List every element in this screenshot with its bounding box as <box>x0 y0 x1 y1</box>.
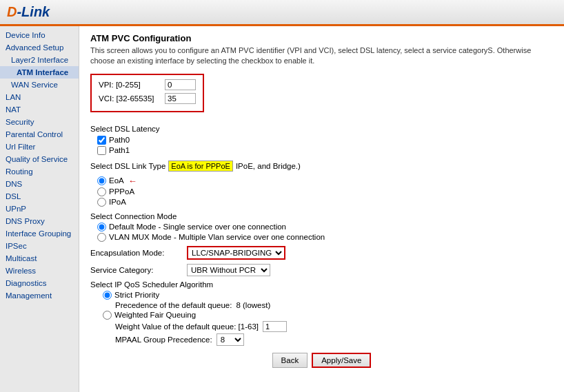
ip-qos-label: Select IP QoS Scheduler Algorithm <box>90 280 553 289</box>
weighted-label: Weighted Fair Queuing <box>114 311 196 319</box>
sidebar-item-url-filter[interactable]: Url Filter <box>0 141 79 153</box>
path1-row: Path1 <box>97 146 553 155</box>
sidebar-item-lan[interactable]: LAN <box>0 91 79 103</box>
page-title: ATM PVC Configuration <box>90 33 553 43</box>
sidebar-item-parental-control[interactable]: Parental Control <box>0 128 79 141</box>
button-row: Back Apply/Save <box>90 353 553 368</box>
sidebar: Device Info Advanced Setup Layer2 Interf… <box>0 26 79 392</box>
dsl-link-radio-group: EoA ← PPPoA IPoA <box>97 176 553 207</box>
logo: D-Link <box>7 4 50 20</box>
strict-priority-row: Strict Priority <box>103 291 553 300</box>
vpi-vci-section: VPI: [0-255] VCI: [32-65535] <box>90 74 204 112</box>
default-queue-row: Precedence of the default queue: 8 (lowe… <box>115 301 553 309</box>
main-content: ATM PVC Configuration This screen allows… <box>79 26 564 392</box>
path0-label: Path0 <box>109 136 130 144</box>
sidebar-item-qos[interactable]: Quality of Service <box>0 153 79 165</box>
sidebar-item-atm-interface[interactable]: ATM Interface <box>0 66 79 79</box>
ipoa-label: IPoA <box>109 198 126 206</box>
service-category-row: Service Category: UBR Without PCR UBR Wi… <box>90 264 553 276</box>
sidebar-item-device-info[interactable]: Device Info <box>0 29 79 41</box>
conn-vlan-row: VLAN MUX Mode - Multiple Vlan service ov… <box>97 233 553 242</box>
path1-checkbox[interactable] <box>97 146 106 155</box>
conn-default-row: Default Mode - Single service over one c… <box>97 223 553 231</box>
dsl-link-highlight: EoA is for PPPoE <box>168 161 233 172</box>
sidebar-item-ipsec[interactable]: IPSec <box>0 240 79 252</box>
pppoa-radio[interactable] <box>97 187 106 196</box>
encapsulation-row: Encapsulation Mode: LLC/SNAP-BRIDGING VC… <box>90 246 553 260</box>
encap-select[interactable]: LLC/SNAP-BRIDGING VC/MUX <box>187 246 285 260</box>
sidebar-item-nat[interactable]: NAT <box>0 103 79 116</box>
conn-default-label: Default Mode - Single service over one c… <box>109 223 286 231</box>
sidebar-item-management[interactable]: Management <box>0 289 79 302</box>
logo-d: D <box>7 4 17 19</box>
sidebar-item-wireless[interactable]: Wireless <box>0 265 79 277</box>
weighted-radio[interactable] <box>103 311 112 320</box>
dsl-link-type-label: Select DSL Link Type <box>90 162 165 170</box>
sidebar-item-multicast[interactable]: Multicast <box>0 252 79 265</box>
sidebar-item-wan-service[interactable]: WAN Service <box>0 79 79 91</box>
weight-default-input[interactable] <box>263 321 287 332</box>
dsl-link-section: Select DSL Link Type EoA is for PPPoE IP… <box>90 161 553 207</box>
path0-row: Path0 <box>97 136 553 145</box>
conn-default-radio[interactable] <box>97 223 106 231</box>
encap-label: Encapsulation Mode: <box>90 249 180 257</box>
layout: Device Info Advanced Setup Layer2 Interf… <box>0 26 564 392</box>
path1-label: Path1 <box>109 146 130 154</box>
pppoa-row: PPPoA <box>97 187 553 196</box>
vpi-row: VPI: [0-255] <box>99 79 196 90</box>
default-queue-value: 8 (lowest) <box>236 301 270 309</box>
eoa-radio[interactable] <box>97 176 106 185</box>
sidebar-item-upnp[interactable]: UPnP <box>0 203 79 215</box>
service-cat-label: Service Category: <box>90 266 180 274</box>
vpi-input[interactable] <box>165 79 196 90</box>
arrow-icon: ← <box>128 176 137 186</box>
strict-priority-label: Strict Priority <box>114 291 159 299</box>
dsl-latency-section: Select DSL Latency Path0 Path1 <box>90 125 553 155</box>
sidebar-item-dsl[interactable]: DSL <box>0 190 79 203</box>
path0-checkbox[interactable] <box>97 136 106 145</box>
dsl-link-rest: IPoE, and Bridge.) <box>236 162 301 170</box>
pppoa-label: PPPoA <box>109 187 134 196</box>
vci-input[interactable] <box>165 93 196 104</box>
service-cat-select[interactable]: UBR Without PCR UBR With PCR CBR Non Rea… <box>187 264 270 276</box>
ipoa-radio[interactable] <box>97 198 106 207</box>
conn-vlan-label: VLAN MUX Mode - Multiple Vlan service ov… <box>109 233 325 241</box>
weight-default-row: Weight Value of the default queue: [1-63… <box>115 321 553 332</box>
ipoa-row: IPoA <box>97 198 553 207</box>
sidebar-item-security[interactable]: Security <box>0 116 79 128</box>
sidebar-item-dns[interactable]: DNS <box>0 178 79 190</box>
mpaal-select[interactable]: 8 7 6 <box>216 333 244 346</box>
dsl-link-type-row: Select DSL Link Type EoA is for PPPoE IP… <box>90 161 553 172</box>
vpi-label: VPI: [0-255] <box>99 81 161 89</box>
sidebar-item-diagnostics[interactable]: Diagnostics <box>0 277 79 289</box>
eoa-row: EoA ← <box>97 176 553 186</box>
back-button[interactable]: Back <box>272 353 308 368</box>
conn-vlan-radio[interactable] <box>97 233 106 242</box>
vci-label: VCI: [32-65535] <box>99 94 161 103</box>
weighted-row: Weighted Fair Queuing <box>103 311 553 320</box>
conn-mode-label: Select Connection Mode <box>90 212 553 220</box>
dsl-latency-label: Select DSL Latency <box>90 125 553 133</box>
mpaal-row: MPAAL Group Precedence: 8 7 6 <box>115 333 553 346</box>
page-description: This screen allows you to configure an A… <box>90 45 553 67</box>
ip-qos-section: Select IP QoS Scheduler Algorithm Strict… <box>90 280 553 346</box>
header: D-Link <box>0 0 564 26</box>
vci-row: VCI: [32-65535] <box>99 93 196 104</box>
mpaal-label: MPAAL Group Precedence: <box>115 336 212 344</box>
strict-priority-radio[interactable] <box>103 291 112 300</box>
apply-save-button[interactable]: Apply/Save <box>312 353 371 368</box>
sidebar-item-advanced-setup[interactable]: Advanced Setup <box>0 41 79 54</box>
default-queue-label: Precedence of the default queue: <box>115 301 232 309</box>
weight-default-label: Weight Value of the default queue: [1-63… <box>115 322 259 331</box>
sidebar-item-dns-proxy[interactable]: DNS Proxy <box>0 215 79 227</box>
logo-rest: -Link <box>17 4 50 19</box>
sidebar-item-routing[interactable]: Routing <box>0 165 79 178</box>
sidebar-item-layer2-interface[interactable]: Layer2 Interface <box>0 54 79 66</box>
eoa-label: EoA <box>109 176 124 185</box>
connection-mode-section: Select Connection Mode Default Mode - Si… <box>90 212 553 242</box>
sidebar-item-interface-grouping[interactable]: Interface Grouping <box>0 227 79 240</box>
